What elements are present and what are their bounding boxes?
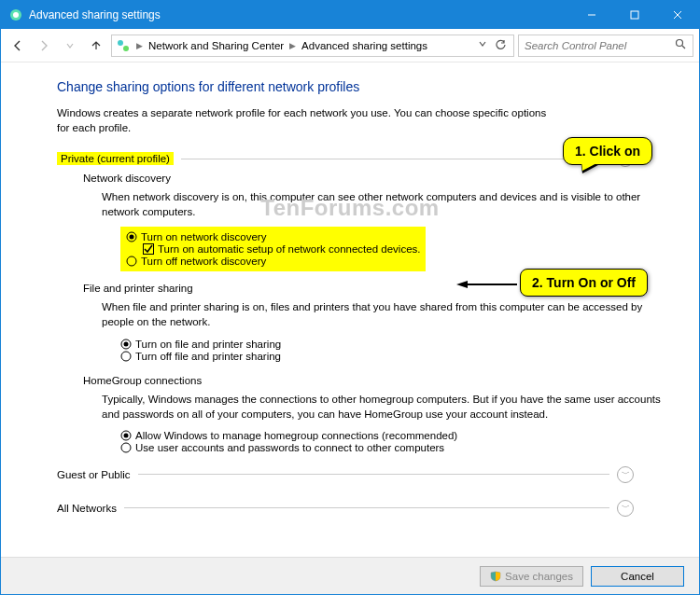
svg-point-19 (121, 443, 131, 452)
section-private-label: Private (current profile) (57, 152, 174, 165)
back-button[interactable] (7, 35, 29, 57)
radio-selected-icon (120, 430, 132, 441)
svg-point-8 (677, 40, 683, 47)
bottom-bar: Save changes Cancel (1, 557, 699, 594)
svg-point-16 (121, 352, 131, 361)
callout-2-arrow (456, 281, 517, 284)
page-title: Change sharing options for different net… (57, 79, 662, 94)
svg-point-18 (124, 433, 129, 437)
control-panel-icon (8, 7, 23, 22)
section-guest-label: Guest or Public (57, 469, 131, 480)
hg-desc: Typically, Windows manages the connectio… (102, 392, 662, 422)
radio-unselected-icon (120, 351, 132, 362)
page-description: Windows creates a separate network profi… (57, 105, 662, 135)
forward-button[interactable] (33, 35, 55, 57)
svg-point-11 (130, 235, 134, 240)
svg-point-13 (127, 256, 136, 266)
callout-1: 1. Click on (563, 137, 652, 165)
cancel-button[interactable]: Cancel (591, 566, 684, 587)
section-all-label: All Networks (57, 503, 117, 514)
radio-selected-icon (126, 231, 137, 242)
radio-unselected-icon (120, 442, 132, 453)
checkbox-checked-icon (143, 243, 154, 255)
network-icon (116, 38, 131, 53)
hg-allow-radio[interactable]: Allow Windows to manage homegroup connec… (120, 430, 457, 441)
svg-point-7 (123, 46, 129, 51)
save-changes-button[interactable]: Save changes (480, 566, 583, 587)
callout-2: 2. Turn On or Off (520, 269, 648, 297)
section-guest-header[interactable]: Guest or Public ﹀ (57, 466, 662, 483)
window-title: Advanced sharing settings (29, 8, 570, 21)
nd-options: Turn on network discovery Turn on automa… (120, 227, 426, 271)
breadcrumb[interactable]: ▶ Network and Sharing Center ▶ Advanced … (111, 35, 514, 57)
nd-auto-setup-checkbox[interactable]: Turn on automatic setup of network conne… (143, 243, 420, 255)
recent-button[interactable] (59, 35, 81, 57)
svg-rect-3 (631, 11, 638, 19)
homegroup-section: HomeGroup connections Typically, Windows… (83, 375, 662, 455)
svg-line-9 (682, 46, 685, 48)
fp-desc: When file and printer sharing is on, fil… (102, 299, 662, 329)
chevron-right-icon: ▶ (136, 41, 143, 50)
hg-title: HomeGroup connections (83, 375, 662, 386)
fp-turn-on-radio[interactable]: Turn on file and printer sharing (120, 339, 281, 350)
svg-point-15 (124, 341, 129, 346)
refresh-button[interactable] (493, 39, 510, 52)
section-all-header[interactable]: All Networks ﹀ (57, 500, 662, 517)
svg-marker-21 (456, 281, 468, 288)
nd-turn-on-radio[interactable]: Turn on network discovery (126, 231, 420, 242)
navbar: ▶ Network and Sharing Center ▶ Advanced … (1, 29, 699, 62)
radio-selected-icon (120, 339, 132, 350)
history-dropdown-button[interactable] (474, 39, 491, 52)
fp-options: Turn on file and printer sharing Turn of… (120, 338, 281, 363)
maximize-button[interactable] (613, 1, 656, 29)
nd-turn-off-radio[interactable]: Turn off network discovery (126, 256, 420, 267)
close-button[interactable] (656, 1, 699, 29)
hg-options: Allow Windows to manage homegroup connec… (120, 429, 457, 454)
breadcrumb-current[interactable]: Advanced sharing settings (301, 40, 427, 51)
search-box[interactable] (518, 35, 693, 57)
shield-icon (490, 571, 501, 582)
minimize-button[interactable] (570, 1, 613, 29)
nd-desc: When network discovery is on, this compu… (102, 189, 662, 219)
search-icon[interactable] (675, 38, 687, 52)
svg-point-1 (13, 12, 19, 18)
chevron-right-icon: ▶ (289, 41, 296, 50)
chevron-down-icon[interactable]: ﹀ (617, 466, 634, 483)
window-controls (570, 1, 699, 29)
breadcrumb-parent[interactable]: Network and Sharing Center (148, 40, 284, 51)
svg-point-6 (118, 40, 123, 46)
radio-unselected-icon (126, 256, 137, 267)
network-discovery-section: Network discovery When network discovery… (83, 173, 662, 271)
fp-turn-off-radio[interactable]: Turn off file and printer sharing (120, 351, 281, 362)
chevron-down-icon[interactable]: ﹀ (617, 500, 634, 517)
titlebar: Advanced sharing settings (1, 1, 699, 29)
hg-user-radio[interactable]: Use user accounts and passwords to conne… (120, 442, 457, 453)
content-area: Change sharing options for different net… (1, 62, 699, 557)
search-input[interactable] (525, 40, 665, 51)
up-button[interactable] (85, 35, 107, 57)
